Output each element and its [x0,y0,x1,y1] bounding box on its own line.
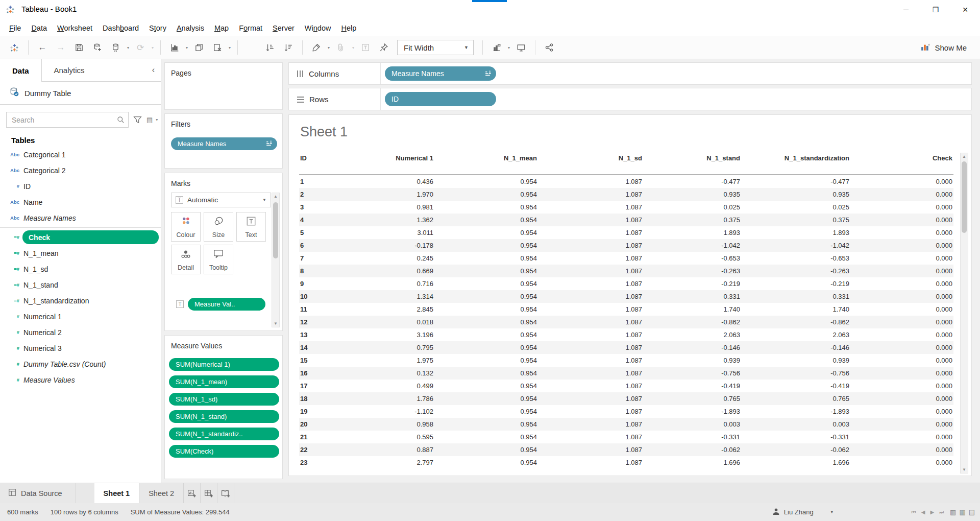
value-cell[interactable]: 0.000 [850,277,953,290]
user-menu[interactable]: Liu Zhang ▾ [772,508,833,517]
menu-window[interactable]: Window [300,22,336,34]
value-cell[interactable]: 1.087 [538,277,643,290]
value-cell[interactable]: 0.000 [850,405,953,418]
value-cell[interactable]: -0.062 [741,443,850,456]
column-header[interactable]: N_1_stand [643,152,741,163]
view-options-icon[interactable]: ▤ [146,116,153,124]
fix-axes-icon[interactable] [376,40,391,55]
value-cell[interactable]: -0.653 [643,252,741,265]
field-item-categorical-2[interactable]: AbcCategorical 2 [0,162,161,178]
value-cell[interactable]: -0.263 [741,265,850,277]
column-header[interactable]: ID [299,152,360,163]
sheet-scrollbar[interactable]: ▲ ▼ [960,153,968,473]
value-cell[interactable]: -0.219 [741,277,850,290]
show-mark-labels-icon[interactable] [358,40,373,55]
field-item-numerical-1[interactable]: #Numerical 1 [0,309,161,324]
value-cell[interactable]: 0.954 [434,354,538,367]
scroll-thumb[interactable] [962,161,967,233]
value-cell[interactable]: 3.196 [360,328,434,341]
value-cell[interactable]: 1.087 [538,443,643,456]
row-header[interactable]: 10 [299,290,360,303]
value-cell[interactable]: 0.375 [643,214,741,226]
menu-data[interactable]: Data [26,22,52,34]
value-cell[interactable]: 2.845 [360,303,434,316]
sort-ascending-icon[interactable] [262,40,278,55]
duplicate-icon[interactable] [191,40,207,55]
value-cell[interactable]: 0.939 [643,354,741,367]
row-header[interactable]: 7 [299,252,360,265]
maximize-button[interactable]: ❐ [921,0,950,19]
value-cell[interactable]: 0.954 [434,443,538,456]
value-cell[interactable]: 0.765 [741,392,850,405]
value-cell[interactable]: -0.331 [741,431,850,443]
row-header[interactable]: 14 [299,341,360,354]
value-cell[interactable]: 0.000 [850,367,953,380]
pause-updates-caret[interactable]: ▾ [125,45,131,50]
tabs-view-icon[interactable]: ▤ [969,508,975,516]
value-cell[interactable]: 1.893 [741,226,850,239]
value-cell[interactable]: 0.000 [850,328,953,341]
value-cell[interactable]: -1.893 [741,405,850,418]
sheet-sorter-view-icon[interactable]: ▥ [950,508,956,516]
value-cell[interactable]: -0.756 [643,367,741,380]
presentation-mode-icon[interactable] [513,40,529,55]
filmstrip-view-icon[interactable]: ▦ [959,508,965,516]
row-header[interactable]: 20 [299,418,360,431]
value-cell[interactable]: 1.087 [538,214,643,226]
value-cell[interactable]: 1.087 [538,303,643,316]
value-cell[interactable]: 0.000 [850,443,953,456]
value-cell[interactable]: 0.000 [850,252,953,265]
marks-button-text[interactable]: Text [236,212,266,242]
menu-map[interactable]: Map [209,22,234,34]
row-header[interactable]: 4 [299,214,360,226]
value-cell[interactable]: 0.795 [360,341,434,354]
value-cell[interactable]: 0.000 [850,380,953,392]
value-cell[interactable]: -1.893 [643,405,741,418]
menu-help[interactable]: Help [336,22,361,34]
clear-sheet-caret[interactable]: ▾ [227,45,233,50]
value-cell[interactable]: 0.000 [850,214,953,226]
filter-pill-measure-names[interactable]: Measure Names [171,137,277,150]
value-cell[interactable]: 1.087 [538,316,643,328]
column-header[interactable]: Check [850,152,953,163]
field-item-numerical-2[interactable]: #Numerical 2 [0,324,161,340]
row-header[interactable]: 11 [299,303,360,316]
value-cell[interactable]: 0.958 [360,418,434,431]
value-cell[interactable]: 0.939 [741,354,850,367]
cell-size-icon[interactable] [489,40,504,55]
mark-type-caret[interactable]: ▼ [262,198,266,202]
column-header[interactable]: Numerical 1 [360,152,434,163]
value-cell[interactable]: -0.146 [643,341,741,354]
clear-sheet-icon[interactable] [210,40,225,55]
value-cell[interactable]: 0.000 [850,418,953,431]
scroll-down-icon[interactable]: ▼ [272,321,279,326]
menu-worksheet[interactable]: Worksheet [52,22,97,34]
field-item-dummy-table-csv-count-[interactable]: #Dummy Table.csv (Count) [0,356,161,372]
menu-dashboard[interactable]: Dashboard [97,22,144,34]
value-cell[interactable]: 0.003 [741,418,850,431]
marks-pill-measure-values[interactable]: Measure Val.. [188,298,265,311]
value-cell[interactable]: 1.087 [538,367,643,380]
value-cell[interactable]: 0.000 [850,239,953,252]
value-cell[interactable]: 0.000 [850,316,953,328]
value-cell[interactable]: 0.716 [360,277,434,290]
value-cell[interactable]: 0.954 [434,175,538,188]
tab-data[interactable]: Data [0,59,42,82]
column-header[interactable]: N_1_sd [538,152,643,163]
save-icon[interactable] [71,40,87,55]
value-cell[interactable]: 0.954 [434,456,538,469]
marks-button-detail[interactable]: Detail [171,245,201,274]
menu-file[interactable]: File [4,22,26,34]
filters-card[interactable]: Filters Measure Names [164,113,283,169]
field-item-n-1-sd[interactable]: =#N_1_sd [0,261,161,277]
value-cell[interactable]: 0.669 [360,265,434,277]
value-cell[interactable]: 0.000 [850,226,953,239]
value-cell[interactable]: 1.087 [538,392,643,405]
value-cell[interactable]: 0.000 [850,456,953,469]
value-cell[interactable]: 1.087 [538,341,643,354]
value-cell[interactable]: 1.740 [741,303,850,316]
measure-values-pill[interactable]: SUM(Numerical 1) [169,358,279,371]
row-header[interactable]: 2 [299,188,360,201]
column-header[interactable]: N_1_mean [434,152,538,163]
value-cell[interactable]: -0.263 [643,265,741,277]
